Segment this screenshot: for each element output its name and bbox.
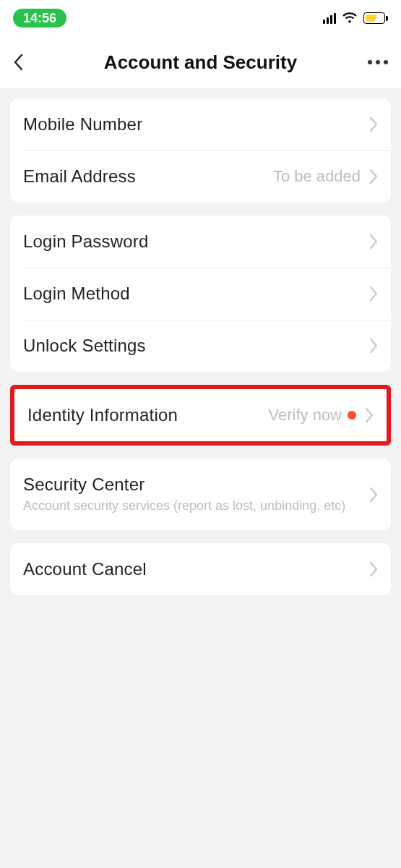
settings-group-account: Account Cancel xyxy=(10,543,391,595)
more-icon xyxy=(368,60,388,64)
row-label: Unlock Settings xyxy=(23,336,361,356)
row-value: To be added xyxy=(273,167,361,186)
row-account-cancel[interactable]: Account Cancel xyxy=(10,543,391,595)
chevron-right-icon xyxy=(369,338,378,354)
row-login-password[interactable]: Login Password xyxy=(10,216,391,268)
row-value: Verify now xyxy=(269,406,357,425)
chevron-right-icon xyxy=(369,561,378,577)
row-email-address[interactable]: Email Address To be added xyxy=(10,150,391,203)
row-label: Login Password xyxy=(23,231,361,252)
row-mobile-number[interactable]: Mobile Number xyxy=(10,98,391,150)
chevron-right-icon xyxy=(369,169,378,184)
chevron-right-icon xyxy=(369,234,378,250)
status-time: 14:56 xyxy=(13,9,66,27)
row-label: Security Center xyxy=(23,475,361,495)
wifi-icon xyxy=(342,12,358,24)
row-sublabel: Account security services (report as los… xyxy=(23,498,361,514)
signal-icon xyxy=(323,12,336,24)
status-bar: 14:56 ⚡ xyxy=(0,0,401,36)
chevron-right-icon xyxy=(369,286,378,302)
row-login-method[interactable]: Login Method xyxy=(10,268,391,320)
battery-icon: ⚡ xyxy=(363,12,388,24)
settings-group-login: Login Password Login Method Unlock Setti… xyxy=(10,216,391,372)
chevron-right-icon xyxy=(365,407,374,423)
row-value-text: Verify now xyxy=(269,406,342,425)
row-label: Identity Information xyxy=(27,405,260,425)
highlight-box: Identity Information Verify now xyxy=(10,385,391,446)
back-button[interactable] xyxy=(13,54,45,71)
row-label: Mobile Number xyxy=(23,114,352,135)
settings-group-contact: Mobile Number Email Address To be added xyxy=(10,98,391,203)
more-button[interactable] xyxy=(356,60,388,64)
row-unlock-settings[interactable]: Unlock Settings xyxy=(10,320,391,372)
status-icons: ⚡ xyxy=(323,12,388,24)
settings-group-security: Security Center Account security service… xyxy=(10,459,391,530)
content: Mobile Number Email Address To be added … xyxy=(0,88,401,595)
navbar: Account and Security xyxy=(0,36,401,88)
row-label: Account Cancel xyxy=(23,559,361,579)
row-security-center[interactable]: Security Center Account security service… xyxy=(10,459,391,530)
chevron-right-icon xyxy=(369,116,378,132)
settings-group-identity: Identity Information Verify now xyxy=(14,389,387,441)
notification-dot-icon xyxy=(348,411,356,420)
row-identity-information[interactable]: Identity Information Verify now xyxy=(14,389,387,441)
page-title: Account and Security xyxy=(45,51,356,74)
chevron-right-icon xyxy=(369,487,378,503)
row-label: Login Method xyxy=(23,284,361,304)
chevron-left-icon xyxy=(13,54,23,71)
row-label: Email Address xyxy=(23,166,264,187)
